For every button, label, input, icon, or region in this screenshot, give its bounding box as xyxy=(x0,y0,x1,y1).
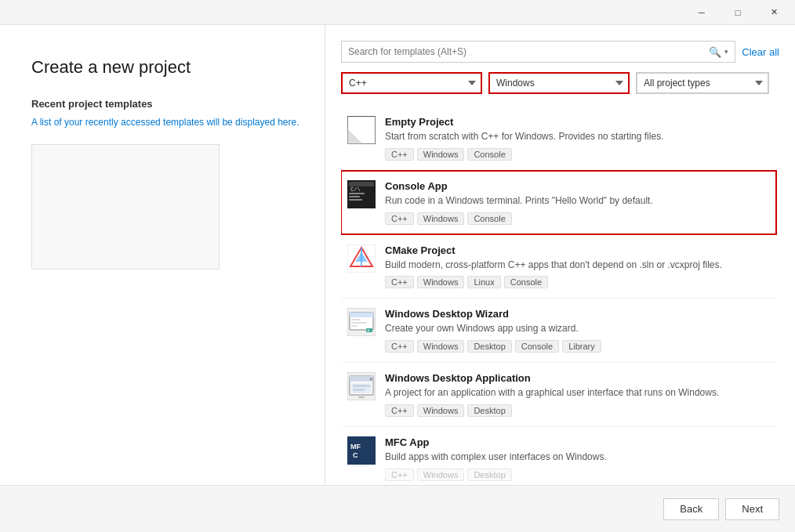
tag-windows: Windows xyxy=(417,212,465,225)
tag-console: Console xyxy=(515,340,559,353)
svg-rect-27 xyxy=(351,383,372,393)
template-desc-wizard: Create your own Windows app using a wiza… xyxy=(385,322,770,335)
recent-templates-title: Recent project templates xyxy=(31,98,301,110)
template-desc-mfc: Build apps with complex user interfaces … xyxy=(385,451,770,464)
svg-rect-10 xyxy=(349,196,360,197)
svg-rect-11 xyxy=(349,199,362,201)
footer: Back Next xyxy=(0,485,795,532)
template-icon-wizard: ★ xyxy=(347,308,376,336)
tag-cpp-disabled: C++ xyxy=(385,469,414,481)
svg-text:C: C xyxy=(353,451,358,459)
close-button[interactable]: ✕ xyxy=(756,0,792,25)
tag-console: Console xyxy=(467,212,511,225)
svg-rect-20 xyxy=(351,322,367,324)
svg-rect-28 xyxy=(353,385,370,387)
search-row: 🔍 ▾ Clear all xyxy=(341,41,779,63)
template-tags-cmake: C++ Windows Linux Console xyxy=(385,276,770,288)
templates-list: Empty Project Start from scratch with C+… xyxy=(341,107,779,485)
svg-rect-9 xyxy=(349,193,365,194)
tag-cpp: C++ xyxy=(385,340,414,353)
svg-rect-18 xyxy=(350,313,373,317)
tag-linux: Linux xyxy=(467,276,500,288)
tag-desktop: Desktop xyxy=(467,340,511,353)
tag-library: Library xyxy=(562,340,601,353)
tag-console: Console xyxy=(504,276,548,288)
platform-filter[interactable]: Windows Linux macOS Android iOS Cloud xyxy=(488,72,630,94)
template-desc-empty: Start from scratch with C++ for Windows.… xyxy=(385,130,770,143)
titlebar: ─ □ ✕ xyxy=(0,0,795,25)
template-name-cmake: CMake Project xyxy=(385,244,770,256)
tag-windows: Windows xyxy=(417,404,465,417)
template-name-wizard: Windows Desktop Wizard xyxy=(385,308,770,320)
template-icon-console: C/\ xyxy=(347,180,376,208)
recent-templates-desc: A list of your recently accessed templat… xyxy=(31,116,301,129)
template-cmake-project[interactable]: CMake Project Build modern, cross-platfo… xyxy=(341,235,776,299)
template-desc-console: Run code in a Windows terminal. Prints "… xyxy=(385,194,770,208)
tag-cpp: C++ xyxy=(385,148,414,161)
template-tags-app: C++ Windows Desktop xyxy=(385,404,770,417)
minimize-button[interactable]: ─ xyxy=(684,0,720,25)
svg-rect-29 xyxy=(353,389,365,391)
next-button[interactable]: Next xyxy=(725,498,779,520)
svg-rect-30 xyxy=(358,396,365,398)
tag-console: Console xyxy=(467,148,511,161)
search-dropdown-icon[interactable]: ▾ xyxy=(724,48,728,56)
left-panel: Create a new project Recent project temp… xyxy=(0,25,325,485)
tag-desktop: Desktop xyxy=(467,404,511,417)
template-tags-console: C++ Windows Console xyxy=(385,212,770,225)
project-type-filter[interactable]: All project types Cloud Console Desktop … xyxy=(636,72,769,94)
template-info-app: Windows Desktop Application A project fo… xyxy=(385,372,770,417)
template-icon-mfc: MF C xyxy=(347,436,376,465)
template-windows-desktop-wizard[interactable]: ★ Windows Desktop Wizard Create your own… xyxy=(341,299,776,363)
template-icon-empty xyxy=(347,116,376,144)
template-name-console: Console App xyxy=(385,180,770,192)
tag-windows: Windows xyxy=(417,148,465,161)
filter-row: C++ C# Python JavaScript TypeScript F# V… xyxy=(341,72,779,94)
svg-text:MF: MF xyxy=(350,443,361,451)
template-icon-app: ✕ xyxy=(347,372,376,400)
back-button[interactable]: Back xyxy=(663,498,719,520)
search-input[interactable] xyxy=(348,46,706,57)
search-box[interactable]: 🔍 ▾ xyxy=(341,41,735,63)
template-info-empty: Empty Project Start from scratch with C+… xyxy=(385,116,770,161)
main-content: Create a new project Recent project temp… xyxy=(0,25,795,485)
tag-cpp: C++ xyxy=(385,212,414,225)
template-tags-wizard: C++ Windows Desktop Console Library xyxy=(385,340,770,353)
tag-windows-disabled: Windows xyxy=(417,469,465,481)
tag-cpp: C++ xyxy=(385,404,414,417)
template-info-wizard: Windows Desktop Wizard Create your own W… xyxy=(385,308,770,353)
template-info-mfc: MFC App Build apps with complex user int… xyxy=(385,436,770,481)
svg-text:★: ★ xyxy=(367,328,370,332)
search-icon: 🔍 xyxy=(709,46,721,58)
template-info-cmake: CMake Project Build modern, cross-platfo… xyxy=(385,244,770,289)
svg-text:✕: ✕ xyxy=(369,377,373,382)
template-tags-empty: C++ Windows Console xyxy=(385,148,770,161)
right-panel: 🔍 ▾ Clear all C++ C# Python JavaScript T… xyxy=(325,25,795,485)
template-tags-mfc: C++ Windows Desktop xyxy=(385,469,770,481)
tag-windows: Windows xyxy=(417,276,465,288)
template-console-app[interactable]: C/\ Console App Run code in a Windows te… xyxy=(341,170,777,235)
template-windows-desktop-application[interactable]: ✕ Windows Desktop Application A project … xyxy=(341,363,776,427)
template-name-mfc: MFC App xyxy=(385,436,770,448)
recent-templates-placeholder xyxy=(31,144,220,270)
template-name-empty: Empty Project xyxy=(385,116,770,128)
template-icon-cmake xyxy=(347,244,376,273)
template-name-app: Windows Desktop Application xyxy=(385,372,770,384)
svg-rect-32 xyxy=(347,436,376,465)
template-mfc-app[interactable]: MF C MFC App Build apps with complex use… xyxy=(341,427,776,485)
tag-windows: Windows xyxy=(417,340,465,353)
maximize-button[interactable]: □ xyxy=(720,0,756,25)
tag-cpp: C++ xyxy=(385,276,414,288)
svg-rect-19 xyxy=(351,319,361,320)
page-title: Create a new project xyxy=(31,56,301,79)
clear-all-button[interactable]: Clear all xyxy=(742,46,779,58)
template-info-console: Console App Run code in a Windows termin… xyxy=(385,180,770,225)
svg-rect-21 xyxy=(351,325,358,327)
language-filter[interactable]: C++ C# Python JavaScript TypeScript F# V… xyxy=(341,72,482,94)
template-empty-project[interactable]: Empty Project Start from scratch with C+… xyxy=(341,107,776,171)
tag-desktop-disabled: Desktop xyxy=(467,469,511,481)
svg-text:C/\: C/\ xyxy=(350,186,361,193)
template-desc-cmake: Build modern, cross-platform C++ apps th… xyxy=(385,259,770,272)
template-desc-app: A project for an application with a grap… xyxy=(385,386,770,400)
